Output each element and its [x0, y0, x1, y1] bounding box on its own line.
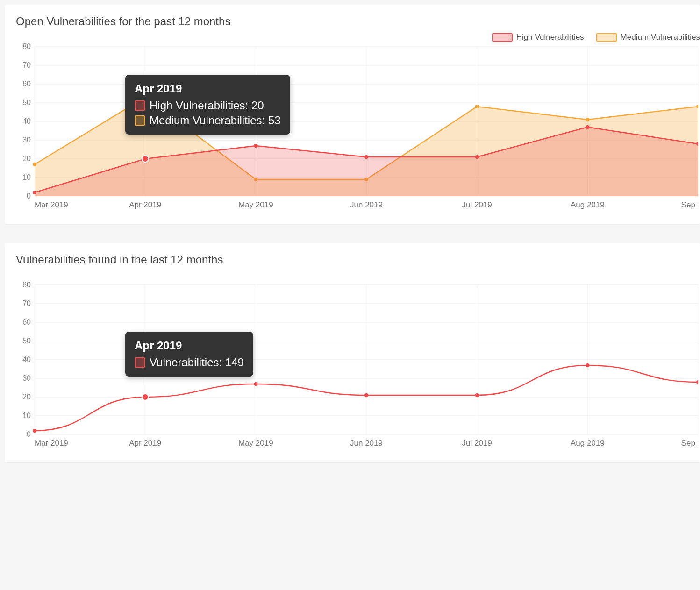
- svg-text:80: 80: [22, 281, 31, 289]
- svg-point-32: [33, 163, 36, 166]
- svg-text:60: 60: [22, 80, 31, 88]
- tooltip-text: Vulnerabilities: 149: [150, 356, 244, 369]
- svg-text:Aug 2019: Aug 2019: [571, 439, 605, 448]
- svg-point-82: [475, 393, 479, 397]
- svg-text:Jun 2019: Jun 2019: [350, 200, 383, 209]
- svg-point-40: [142, 156, 149, 162]
- svg-text:Mar 2019: Mar 2019: [35, 200, 68, 209]
- svg-text:60: 60: [22, 318, 31, 326]
- svg-point-37: [586, 118, 589, 121]
- svg-point-78: [33, 429, 36, 433]
- svg-text:Mar 2019: Mar 2019: [35, 439, 68, 448]
- legend-swatch-icon: [596, 33, 617, 42]
- svg-text:Jul 2019: Jul 2019: [462, 200, 492, 209]
- svg-point-44: [586, 125, 589, 129]
- svg-point-39: [33, 191, 36, 194]
- svg-text:50: 50: [22, 99, 31, 107]
- svg-text:0: 0: [27, 192, 31, 200]
- legend-swatch-icon: [492, 33, 513, 42]
- svg-text:10: 10: [22, 173, 31, 181]
- svg-text:30: 30: [22, 136, 31, 144]
- chart-svg[interactable]: 01020304050607080Mar 2019Apr 2019May 201…: [16, 33, 698, 215]
- legend-item-medium[interactable]: Medium Vulnerabilities: [596, 33, 700, 42]
- tooltip-row-medium: Medium Vulnerabilities: 53: [135, 114, 281, 127]
- legend: High Vulnerabilities Medium Vulnerabilit…: [492, 33, 700, 42]
- legend-label: High Vulnerabilities: [516, 33, 584, 42]
- tooltip-swatch-icon: [135, 100, 145, 111]
- svg-text:May 2019: May 2019: [238, 200, 273, 209]
- svg-text:Apr 2019: Apr 2019: [129, 200, 161, 209]
- svg-text:40: 40: [22, 117, 31, 125]
- svg-point-83: [586, 363, 589, 367]
- open-vulnerabilities-card: Open Vulnerabilities for the past 12 mon…: [5, 5, 700, 224]
- tooltip-title: Apr 2019: [135, 82, 281, 95]
- chart-tooltip: Apr 2019 High Vulnerabilities: 20 Medium…: [125, 75, 290, 135]
- svg-text:10: 10: [22, 412, 31, 419]
- svg-point-81: [364, 393, 368, 397]
- vulnerabilities-found-card: Vulnerabilities found in the last 12 mon…: [5, 243, 700, 462]
- tooltip-swatch-icon: [135, 115, 145, 126]
- svg-text:20: 20: [22, 393, 31, 401]
- tooltip-swatch-icon: [135, 357, 145, 368]
- svg-text:70: 70: [22, 61, 31, 69]
- svg-point-42: [364, 155, 368, 159]
- chart-svg[interactable]: 01020304050607080Mar 2019Apr 2019May 201…: [16, 271, 698, 453]
- svg-text:70: 70: [22, 299, 31, 307]
- svg-point-84: [696, 380, 698, 384]
- svg-text:20: 20: [22, 155, 31, 163]
- svg-text:Aug 2019: Aug 2019: [571, 200, 605, 209]
- legend-label: Medium Vulnerabilities: [621, 33, 700, 42]
- card-title: Open Vulnerabilities for the past 12 mon…: [5, 5, 700, 33]
- svg-point-79: [142, 394, 149, 400]
- tooltip-text: Medium Vulnerabilities: 53: [150, 114, 281, 127]
- tooltip-row-high: High Vulnerabilities: 20: [135, 99, 281, 112]
- chart-area: High Vulnerabilities Medium Vulnerabilit…: [5, 33, 700, 224]
- svg-point-43: [475, 155, 479, 159]
- tooltip-text: High Vulnerabilities: 20: [150, 99, 264, 112]
- svg-point-36: [475, 105, 479, 108]
- svg-text:Sep 2019: Sep 2019: [681, 439, 698, 448]
- svg-text:30: 30: [22, 374, 31, 382]
- svg-text:50: 50: [22, 337, 31, 345]
- card-title: Vulnerabilities found in the last 12 mon…: [5, 243, 700, 271]
- svg-text:Apr 2019: Apr 2019: [129, 439, 161, 448]
- svg-text:0: 0: [27, 430, 31, 438]
- tooltip-title: Apr 2019: [135, 339, 244, 352]
- svg-text:Jun 2019: Jun 2019: [350, 439, 383, 448]
- chart-area: 01020304050607080Mar 2019Apr 2019May 201…: [5, 271, 700, 462]
- tooltip-row: Vulnerabilities: 149: [135, 356, 244, 369]
- legend-item-high[interactable]: High Vulnerabilities: [492, 33, 584, 42]
- svg-text:Sep 2019: Sep 2019: [681, 200, 698, 209]
- svg-text:40: 40: [22, 355, 31, 363]
- svg-point-41: [254, 144, 257, 148]
- svg-text:May 2019: May 2019: [238, 439, 273, 448]
- chart-tooltip: Apr 2019 Vulnerabilities: 149: [125, 332, 253, 377]
- svg-point-80: [254, 382, 257, 386]
- svg-text:Jul 2019: Jul 2019: [462, 439, 492, 448]
- svg-text:80: 80: [22, 43, 31, 50]
